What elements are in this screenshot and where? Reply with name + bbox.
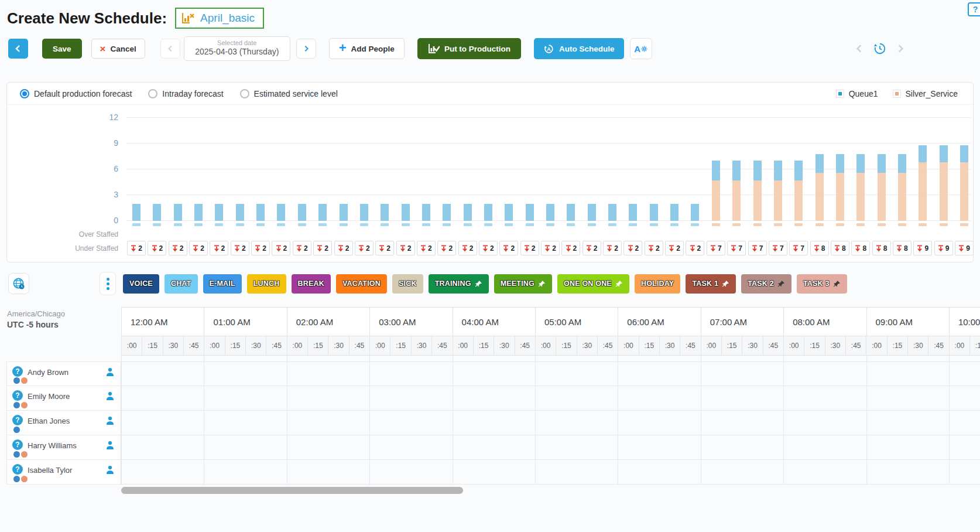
- forecast-option-2[interactable]: Estimated service level: [240, 89, 338, 98]
- bar-silver-service: [774, 180, 782, 221]
- red-down-arrow-icon: [772, 245, 778, 252]
- page-title: Create New Schedule:: [7, 9, 167, 28]
- agent-row: ?Andy Brown: [6, 362, 980, 386]
- agent-schedule-cells[interactable]: [121, 435, 980, 459]
- quarter-header-cell: :15: [722, 336, 742, 355]
- quarter-header-cell: :45: [184, 336, 204, 355]
- activity-task-2[interactable]: TASK 2: [741, 274, 791, 294]
- person-icon[interactable]: [105, 416, 115, 425]
- under-staffed-value: 7: [738, 244, 742, 253]
- back-button[interactable]: [8, 39, 28, 59]
- activity-e-mail[interactable]: E-MAIL: [203, 274, 242, 294]
- bar-silver-service: [732, 180, 741, 221]
- agent-settings-button[interactable]: A: [630, 38, 652, 59]
- question-icon[interactable]: ?: [12, 464, 23, 475]
- activity-one-on-one[interactable]: ONE ON ONE: [557, 274, 629, 294]
- bar-queue1: [815, 154, 824, 173]
- activity-task-3[interactable]: TASK 3: [797, 274, 847, 294]
- question-icon[interactable]: ?: [12, 415, 23, 425]
- interval-tick: [732, 223, 741, 226]
- agent-cell[interactable]: ?Ethan Jones: [6, 411, 121, 435]
- quarter-header-cell: :00: [784, 336, 804, 355]
- bar-queue1: [318, 204, 327, 221]
- question-icon[interactable]: ?: [12, 366, 23, 377]
- under-staffed-cell: 7: [789, 241, 808, 255]
- forecast-option-0[interactable]: Default production forecast: [20, 89, 132, 98]
- bar-queue1: [836, 154, 844, 173]
- cancel-button[interactable]: × Cancel: [91, 39, 145, 59]
- activity-voice[interactable]: VOICE: [123, 274, 159, 294]
- person-icon[interactable]: [105, 465, 115, 475]
- red-down-arrow-icon: [752, 245, 758, 252]
- more-options-button[interactable]: [100, 272, 116, 295]
- under-staffed-label: Under Staffed: [7, 244, 126, 253]
- put-to-production-button[interactable]: Put to Production: [417, 38, 521, 59]
- red-down-arrow-icon: [234, 245, 240, 252]
- under-staffed-value: 2: [283, 244, 287, 253]
- activity-break[interactable]: BREAK: [292, 274, 331, 294]
- quarter-header-cell: :00: [701, 336, 722, 355]
- agent-schedule-cells[interactable]: [121, 411, 980, 435]
- activity-holiday[interactable]: HOLIDAY: [635, 274, 681, 294]
- activity-vacation[interactable]: VACATION: [336, 274, 387, 294]
- person-icon[interactable]: [105, 367, 115, 377]
- activity-meeting[interactable]: MEETING: [494, 274, 552, 294]
- add-people-button[interactable]: + Add People: [329, 38, 405, 59]
- red-down-arrow-icon: [876, 245, 882, 252]
- quarter-header-cell: :15: [804, 336, 825, 355]
- selected-date-box[interactable]: Selected date 2025-04-03 (Thursday): [184, 36, 290, 61]
- scrollbar-thumb[interactable]: [121, 487, 463, 494]
- hour-header-cell: 10:00 AM: [950, 308, 980, 336]
- agent-cell[interactable]: ?Isabella Tylor: [6, 460, 121, 484]
- interval-tick: [153, 223, 161, 226]
- under-staffed-value: 7: [759, 244, 763, 253]
- agent-cell[interactable]: ?Emily Moore: [6, 386, 121, 410]
- skill-dot: [13, 476, 20, 482]
- save-button[interactable]: Save: [42, 39, 82, 59]
- under-staffed-value: 2: [366, 244, 370, 253]
- agent-schedule-cells[interactable]: [121, 460, 980, 484]
- quarter-header-cell: :30: [163, 336, 184, 355]
- question-icon[interactable]: ?: [12, 390, 23, 401]
- person-icon[interactable]: [105, 441, 115, 450]
- under-staffed-value: 2: [221, 244, 225, 253]
- timezone-button[interactable]: [8, 273, 29, 294]
- previous-date-button[interactable]: [160, 39, 180, 59]
- agent-schedule-cells[interactable]: [121, 362, 980, 386]
- history-clock-icon[interactable]: [873, 42, 886, 55]
- quarter-header-cell: :15: [390, 336, 411, 355]
- legend-item-silver_service[interactable]: Silver_Service: [893, 89, 958, 98]
- schedule-grid: 12:00 AM01:00 AM02:00 AM03:00 AM04:00 AM…: [6, 307, 980, 485]
- red-down-arrow-icon: [628, 245, 633, 252]
- auto-schedule-button[interactable]: A Auto Schedule: [534, 38, 624, 59]
- x-icon: ×: [100, 44, 106, 54]
- activity-sick[interactable]: SICK: [392, 274, 423, 294]
- pushpin-icon: [833, 280, 841, 288]
- next-date-button[interactable]: [296, 39, 316, 59]
- forecast-option-1[interactable]: Intraday forecast: [148, 89, 223, 98]
- schedule-name-box[interactable]: April_basic: [175, 8, 264, 29]
- history-prev-icon[interactable]: [855, 44, 864, 53]
- under-staffed-value: 2: [490, 244, 494, 253]
- question-icon[interactable]: ?: [12, 439, 23, 450]
- person-icon[interactable]: [105, 391, 115, 401]
- legend-swatch-icon: [893, 90, 900, 97]
- activity-chat[interactable]: CHAT: [165, 274, 198, 294]
- activity-lunch[interactable]: LUNCH: [247, 274, 286, 294]
- help-icon[interactable]: ?: [968, 2, 980, 16]
- red-down-arrow-icon: [172, 245, 178, 252]
- red-down-arrow-icon: [400, 245, 406, 252]
- activity-label: BREAK: [298, 279, 324, 288]
- activity-task-1[interactable]: TASK 1: [686, 274, 736, 294]
- bar-queue1: [960, 145, 968, 162]
- under-staffed-cell: 2: [479, 241, 498, 255]
- bar-queue1: [464, 204, 472, 221]
- quarter-header-cell: :00: [122, 336, 142, 355]
- agent-schedule-cells[interactable]: [121, 386, 980, 410]
- under-staffed-cell: 2: [437, 241, 456, 255]
- agent-cell[interactable]: ?Andy Brown: [6, 362, 121, 386]
- activity-training[interactable]: TRAINING: [429, 274, 489, 294]
- legend-item-queue1[interactable]: Queue1: [837, 89, 878, 98]
- history-next-icon[interactable]: [896, 44, 905, 53]
- agent-cell[interactable]: ?Harry Williams: [6, 435, 121, 459]
